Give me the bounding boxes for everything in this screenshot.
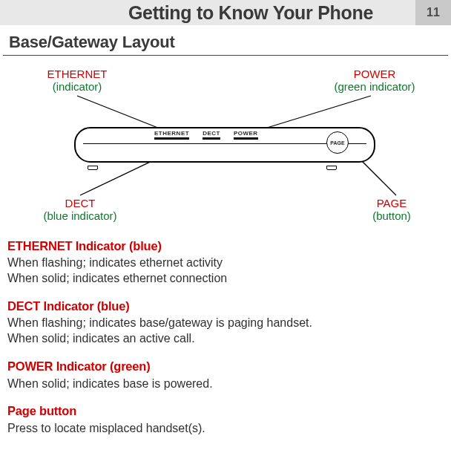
descriptions: ETHERNET Indicator (blue) When flashing;…: [0, 234, 451, 437]
header-spacer: [0, 0, 86, 25]
port-label-dect: DECT: [203, 130, 220, 140]
desc-ethernet: ETHERNET Indicator (blue) When flashing;…: [7, 238, 444, 287]
page-number: 11: [415, 0, 451, 25]
desc-dect-title: DECT Indicator (blue): [7, 299, 444, 314]
desc-page-line1: Press to locate misplaced handset(s).: [7, 421, 444, 437]
section-title: Base/Gateway Layout: [3, 25, 448, 56]
desc-ethernet-line2: When solid; indicates ethernet connectio…: [7, 271, 444, 287]
desc-ethernet-title: ETHERNET Indicator (blue): [7, 238, 444, 254]
desc-dect: DECT Indicator (blue) When flashing; ind…: [7, 299, 444, 347]
device-illustration: ETHERNET DECT POWER PAGE: [74, 124, 375, 169]
desc-dect-line1: When flashing; indicates base/gateway is…: [7, 316, 444, 331]
desc-power-title: POWER Indicator (green): [7, 359, 444, 374]
chapter-title: Getting to Know Your Phone: [86, 0, 415, 25]
device-body: ETHERNET DECT POWER PAGE: [74, 127, 375, 163]
desc-dect-line2: When solid; indicates an active call.: [7, 331, 444, 347]
page-header: Getting to Know Your Phone 11: [0, 0, 451, 25]
desc-page: Page button Press to locate misplaced ha…: [7, 403, 444, 436]
page-button-graphic: PAGE: [326, 131, 349, 154]
port-label-power: POWER: [234, 130, 258, 140]
device-foot-left: [88, 166, 98, 170]
layout-diagram: ETHERNET (indicator) POWER (green indica…: [6, 63, 445, 234]
desc-power: POWER Indicator (green) When solid; indi…: [7, 359, 444, 391]
device-port-labels: ETHERNET DECT POWER: [154, 130, 258, 140]
port-label-ethernet: ETHERNET: [154, 130, 189, 140]
desc-ethernet-line1: When flashing; indicates ethernet activi…: [7, 255, 444, 271]
device-edge-line: [83, 143, 366, 144]
desc-page-title: Page button: [7, 403, 444, 419]
device-foot-right: [326, 166, 337, 170]
desc-power-line1: When solid; indicates base is powered.: [7, 376, 444, 392]
